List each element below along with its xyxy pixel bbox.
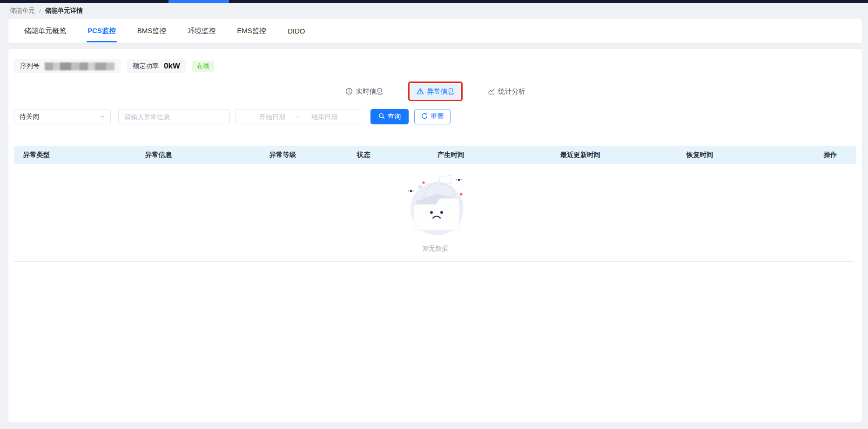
- serial-number-label: 序列号: [20, 62, 40, 70]
- date-start-input[interactable]: [248, 113, 296, 121]
- breadcrumb-current: 储能单元详情: [45, 7, 83, 15]
- serial-number-masked-value: [45, 62, 114, 70]
- view-tab-label: 异常信息: [427, 88, 454, 95]
- view-tab-statistics[interactable]: 统计分析: [488, 88, 525, 95]
- tab-pcs-monitor[interactable]: PCS监控: [77, 19, 127, 43]
- date-range-picker[interactable]: ~: [236, 109, 361, 124]
- keyword-input-wrap: [118, 109, 230, 124]
- breadcrumb-parent[interactable]: 储能单元: [10, 7, 35, 15]
- chevron-down-icon: [100, 113, 105, 121]
- view-tab-bar: 实时信息 异常信息 统计分析: [8, 81, 862, 102]
- view-tab-label: 实时信息: [356, 88, 383, 95]
- breadcrumb-separator: /: [39, 7, 41, 14]
- rated-power-label: 额定功率: [133, 62, 159, 70]
- anomaly-table-header: 异常类型 异常信息 异常等级 状态 产生时间 最近更新时间 恢复时间 操作: [14, 146, 856, 164]
- view-tab-anomaly[interactable]: 异常信息: [410, 84, 460, 99]
- table-bottom-divider: [14, 261, 854, 262]
- column-header-anomaly-info: 异常信息: [145, 150, 269, 159]
- window-top-strip: [0, 0, 868, 3]
- search-icon: [378, 113, 385, 121]
- empty-folder-illustration: [396, 171, 474, 243]
- column-header-recovered-time: 恢复时间: [686, 150, 782, 159]
- view-tab-realtime[interactable]: 实时信息: [345, 88, 383, 95]
- breadcrumb: 储能单元 / 储能单元详情: [0, 3, 868, 19]
- view-tab-label: 统计分析: [498, 88, 525, 95]
- filter-row: 待关闭 ~ 查询: [14, 109, 862, 124]
- status-select-value: 待关闭: [20, 113, 39, 121]
- column-header-anomaly-level: 异常等级: [269, 150, 357, 159]
- info-icon: [345, 88, 353, 95]
- tab-env-monitor[interactable]: 环境监控: [177, 19, 226, 43]
- pcs-monitor-panel: 序列号 额定功率 0kW 在线 实时信息: [8, 49, 862, 422]
- module-tab-bar: 储能单元概览 PCS监控 BMS监控 环境监控 EMS监控 DIDO: [8, 19, 862, 43]
- rated-power-chip: 额定功率 0kW: [127, 59, 186, 73]
- chart-icon: [488, 88, 495, 95]
- status-select[interactable]: 待关闭: [14, 109, 111, 124]
- reset-button-label: 重置: [431, 112, 444, 121]
- empty-state-text: 暂无数据: [422, 245, 448, 253]
- reset-button[interactable]: 重置: [414, 109, 451, 124]
- column-header-created-time: 产生时间: [437, 150, 560, 159]
- tab-ems-monitor[interactable]: EMS监控: [226, 19, 277, 43]
- column-header-updated-time: 最近更新时间: [560, 150, 686, 159]
- rated-power-value: 0kW: [164, 61, 180, 71]
- refresh-icon: [421, 113, 428, 121]
- column-header-anomaly-type: 异常类型: [23, 150, 145, 159]
- window-top-accent: [168, 0, 229, 3]
- annotation-highlight-box: 异常信息: [408, 82, 463, 101]
- keyword-input[interactable]: [124, 113, 224, 121]
- search-button-label: 查询: [388, 112, 401, 121]
- device-info-row: 序列号 额定功率 0kW 在线: [14, 59, 862, 73]
- tab-bms-monitor[interactable]: BMS监控: [127, 19, 177, 43]
- search-button[interactable]: 查询: [370, 109, 409, 124]
- online-status-badge: 在线: [192, 61, 214, 72]
- column-header-actions: 操作: [782, 150, 847, 159]
- empty-state: 暂无数据: [8, 171, 862, 253]
- tab-dido[interactable]: DIDO: [277, 19, 316, 43]
- tab-unit-overview[interactable]: 储能单元概览: [13, 19, 77, 43]
- serial-number-chip: 序列号: [14, 59, 121, 73]
- column-header-status: 状态: [357, 150, 437, 159]
- warning-icon: [417, 88, 424, 95]
- date-end-input[interactable]: [300, 113, 349, 121]
- date-range-separator: ~: [296, 113, 300, 121]
